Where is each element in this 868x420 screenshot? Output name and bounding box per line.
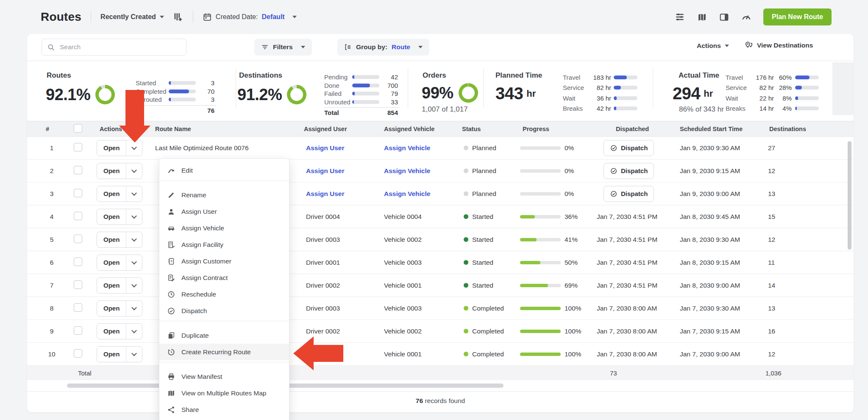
assign-user-link[interactable]: Assign User: [306, 190, 344, 198]
row-actions-chevron[interactable]: [126, 209, 142, 224]
vertical-scrollbar[interactable]: [848, 141, 851, 249]
row-actions-chevron[interactable]: [126, 163, 142, 179]
menu-item-create-recurring-route[interactable]: Create Recurring Route: [159, 344, 289, 360]
header-progress[interactable]: Progress: [523, 126, 549, 132]
chevron-down-icon: [292, 16, 297, 18]
row-actions-chevron[interactable]: [126, 347, 142, 362]
row-checkbox[interactable]: [74, 235, 82, 245]
header-scheduled-start-time[interactable]: Scheduled Start Time: [680, 126, 743, 132]
check-circle-icon: [610, 190, 618, 198]
search-field[interactable]: [59, 43, 181, 51]
row-checkbox[interactable]: [74, 258, 82, 268]
row-actions-chevron[interactable]: [126, 324, 142, 339]
row-checkbox[interactable]: [74, 166, 82, 176]
dispatch-button[interactable]: Dispatch: [604, 163, 654, 179]
header-status[interactable]: Status: [462, 126, 481, 132]
total-label: Total: [78, 370, 92, 377]
open-button-label[interactable]: Open: [97, 186, 126, 202]
row-checkbox[interactable]: [74, 349, 82, 359]
menu-item-assign-user[interactable]: Assign User: [159, 203, 289, 220]
menu-item-rename[interactable]: Rename: [159, 187, 289, 203]
search-input[interactable]: [42, 39, 186, 56]
view-destinations-button[interactable]: View Destinations: [744, 41, 813, 50]
header-route-name[interactable]: Route Name: [155, 126, 191, 132]
menu-item-view-on-multiple-routes-map[interactable]: View on Multiple Routes Map: [159, 385, 289, 401]
open-route-split-button[interactable]: Open: [97, 209, 142, 225]
header-dispatched[interactable]: Dispatched: [616, 126, 649, 132]
assign-vehicle-link[interactable]: Assign Vehicle: [384, 190, 430, 198]
menu-item-edit[interactable]: Edit: [159, 162, 289, 179]
assign-user-link[interactable]: Assign User: [306, 144, 344, 152]
equalizer-icon[interactable]: [674, 11, 685, 22]
open-route-split-button[interactable]: Open: [97, 163, 142, 179]
open-route-split-button[interactable]: Open: [97, 186, 142, 202]
header-assigned-user[interactable]: Assigned User: [304, 126, 347, 132]
header-num[interactable]: #: [46, 126, 49, 132]
actions-dropdown[interactable]: Actions: [697, 42, 729, 50]
header-destinations[interactable]: Destinations: [769, 126, 806, 132]
table-row: 9OpenDriver 0002Vehicle 0002Completed100…: [27, 320, 854, 343]
select-all-checkbox[interactable]: [74, 124, 82, 134]
menu-item-view-manifest[interactable]: View Manifest: [159, 368, 289, 385]
menu-item-assign-customer[interactable]: Assign Customer: [159, 253, 289, 269]
open-button-label[interactable]: Open: [97, 232, 126, 247]
filters-button[interactable]: Filters: [254, 39, 312, 56]
row-checkbox[interactable]: [74, 280, 82, 291]
open-button-label[interactable]: Open: [97, 163, 126, 179]
destinations-count: 13: [768, 190, 775, 198]
assign-vehicle-link[interactable]: Assign Vehicle: [384, 144, 430, 152]
dispatched-date: Jan 7, 2030 4:51 PM: [597, 282, 657, 289]
open-route-split-button[interactable]: Open: [97, 346, 142, 362]
row-actions-chevron[interactable]: [126, 186, 142, 202]
menu-item-dispatch[interactable]: Dispatch: [159, 302, 289, 319]
assign-user-link[interactable]: Assign User: [306, 167, 344, 175]
group-by-button[interactable]: Group by: Route: [337, 39, 429, 56]
chevron-down-icon: [418, 46, 423, 48]
scheduled-start-time: Jan 8, 2030 9:15 AM: [680, 259, 740, 266]
dispatch-button[interactable]: Dispatch: [604, 140, 654, 156]
row-actions-chevron[interactable]: [126, 232, 142, 247]
side-panel-icon[interactable]: [719, 12, 729, 22]
map-icon[interactable]: [697, 12, 707, 22]
dispatch-button[interactable]: Dispatch: [604, 186, 654, 202]
menu-item-assign-contract[interactable]: Assign Contract: [159, 269, 289, 286]
open-button-label[interactable]: Open: [97, 347, 126, 362]
assigned-user: Driver 0002: [306, 328, 340, 335]
open-button-label[interactable]: Open: [97, 255, 126, 270]
status-badge: Started: [464, 213, 493, 221]
open-route-split-button[interactable]: Open: [97, 323, 142, 339]
row-actions-chevron[interactable]: [126, 301, 142, 316]
menu-item-share[interactable]: Share: [159, 401, 289, 418]
row-checkbox[interactable]: [74, 303, 82, 314]
open-route-split-button[interactable]: Open: [97, 300, 142, 316]
row-checkbox[interactable]: [74, 326, 82, 336]
open-button-label[interactable]: Open: [97, 324, 126, 339]
view-destinations-label: View Destinations: [757, 42, 813, 49]
created-date-dropdown[interactable]: Created Date: Default: [203, 12, 297, 22]
dispatched-date: Jan 7, 2030 8:00 AM: [597, 305, 657, 312]
open-route-split-button[interactable]: Open: [97, 277, 142, 294]
header-assigned-vehicle[interactable]: Assigned Vehicle: [384, 126, 434, 132]
menu-item-reschedule[interactable]: Reschedule: [159, 286, 289, 302]
assign-vehicle-link[interactable]: Assign Vehicle: [384, 167, 430, 175]
open-route-split-button[interactable]: Open: [97, 255, 142, 271]
plan-new-route-button[interactable]: Plan New Route: [763, 8, 832, 25]
columns-settings-icon[interactable]: [172, 11, 184, 22]
scheduled-start-time: Jan 8, 2030 9:45 AM: [680, 213, 740, 221]
row-actions-chevron[interactable]: [126, 278, 142, 293]
row-checkbox[interactable]: [74, 189, 82, 199]
sort-dropdown[interactable]: Recently Created: [100, 13, 164, 21]
gauge-icon[interactable]: [741, 11, 752, 22]
row-checkbox[interactable]: [74, 212, 82, 222]
open-route-split-button[interactable]: Open: [97, 232, 142, 248]
share-icon: [167, 406, 175, 414]
route-name[interactable]: Last Mile Optimized Route 0076: [155, 144, 249, 152]
menu-item-assign-vehicle[interactable]: Assign Vehicle: [159, 220, 289, 236]
open-button-label[interactable]: Open: [97, 301, 126, 316]
row-actions-chevron[interactable]: [126, 255, 142, 270]
menu-item-duplicate[interactable]: Duplicate: [159, 327, 289, 344]
open-button-label[interactable]: Open: [97, 278, 126, 293]
open-button-label[interactable]: Open: [97, 209, 126, 224]
row-checkbox[interactable]: [74, 143, 82, 153]
menu-item-assign-facility[interactable]: Assign Facility: [159, 236, 289, 253]
